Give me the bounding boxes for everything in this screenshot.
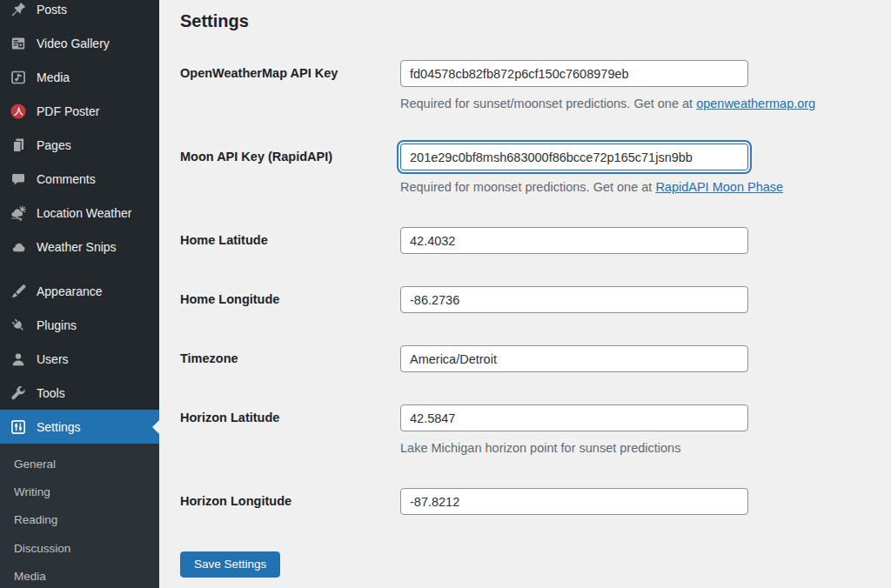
- save-settings-button[interactable]: Save Settings: [180, 551, 280, 578]
- settings-submenu: General Writing Reading Discussion Media: [0, 444, 159, 588]
- sun-cloud-icon: [10, 204, 27, 222]
- sidebar-item-label: Location Weather: [37, 206, 131, 220]
- help-text: Lake Michigan horizon point for sunset p…: [400, 441, 680, 455]
- sidebar-item-pages[interactable]: Pages: [0, 128, 159, 162]
- sidebar-item-label: Plugins: [37, 318, 77, 332]
- pages-icon: [10, 137, 27, 154]
- sidebar-item-label: Pages: [37, 138, 71, 152]
- sidebar-item-label: Users: [37, 352, 69, 366]
- field-label: Home Longitude: [180, 286, 400, 313]
- help-text: Required for sunset/moonset predictions.…: [400, 97, 696, 110]
- field-row-timezone: Timezone: [180, 345, 891, 372]
- sidebar-item-posts[interactable]: Posts: [0, 0, 159, 26]
- sidebar-item-label: PDF Poster: [37, 104, 99, 118]
- sliders-icon: [10, 418, 27, 436]
- field-row-horizon-latitude: Horizon Latitude Lake Michigan horizon p…: [180, 404, 891, 456]
- pdf-icon: [10, 103, 27, 120]
- wrench-icon: [10, 384, 27, 402]
- field-help: Required for moonset predictions. Get on…: [400, 179, 783, 195]
- field-label: Home Latitude: [180, 227, 400, 254]
- sidebar-item-settings[interactable]: Settings: [0, 410, 159, 444]
- field-row-horizon-longitude: Horizon Longitude: [180, 488, 891, 515]
- person-icon: [10, 351, 27, 368]
- submenu-item-label: Media: [14, 570, 46, 583]
- pushpin-icon: [10, 1, 27, 18]
- comment-bubble-icon: [10, 170, 27, 188]
- field-label: Horizon Longitude: [180, 488, 400, 515]
- field-row-home-longitude: Home Longitude: [180, 286, 891, 313]
- sidebar-item-label: Tools: [37, 386, 65, 400]
- sidebar-item-label: Appearance: [37, 284, 103, 298]
- field-label: Moon API Key (RapidAPI): [180, 144, 400, 170]
- field-row-openweathermap-api-key: OpenWeatherMap API Key Required for suns…: [180, 60, 891, 111]
- sidebar-item-video-gallery[interactable]: Video Gallery: [0, 26, 159, 60]
- field-help: Lake Michigan horizon point for sunset p…: [400, 440, 748, 456]
- horizon-latitude-input[interactable]: [400, 404, 748, 431]
- sidebar-item-location-weather[interactable]: Location Weather: [0, 196, 159, 230]
- admin-menu: Posts Video Gallery Media PDF Poster Pag: [0, 0, 159, 444]
- field-help: Required for sunset/moonset predictions.…: [400, 96, 815, 111]
- menu-separator: [0, 264, 159, 274]
- sidebar-item-plugins[interactable]: Plugins: [0, 308, 159, 342]
- submenu-item-reading[interactable]: Reading: [0, 506, 159, 534]
- sidebar-item-weather-snips[interactable]: Weather Snips: [0, 230, 159, 264]
- sidebar-item-tools[interactable]: Tools: [0, 376, 159, 410]
- sidebar-item-users[interactable]: Users: [0, 342, 159, 376]
- field-label: Horizon Latitude: [180, 404, 400, 431]
- submenu-item-label: General: [14, 458, 56, 471]
- home-longitude-input[interactable]: [400, 286, 748, 313]
- horizon-longitude-input[interactable]: [400, 488, 748, 515]
- sidebar-item-pdf-poster[interactable]: PDF Poster: [0, 94, 159, 128]
- sidebar-item-label: Settings: [37, 420, 81, 434]
- sidebar-item-media[interactable]: Media: [0, 60, 159, 94]
- sidebar-item-comments[interactable]: Comments: [0, 162, 159, 196]
- field-row-home-latitude: Home Latitude: [180, 227, 891, 254]
- submenu-item-general[interactable]: General: [0, 450, 159, 478]
- media-icon: [10, 69, 27, 86]
- sidebar-item-label: Comments: [37, 172, 96, 186]
- page-title: Settings: [180, 10, 891, 31]
- paintbrush-icon: [10, 283, 27, 300]
- field-label: Timezone: [180, 345, 400, 372]
- submenu-item-media[interactable]: Media: [0, 563, 159, 588]
- timezone-input[interactable]: [400, 345, 748, 372]
- field-label: OpenWeatherMap API Key: [180, 60, 400, 87]
- field-row-moon-api-key: Moon API Key (RapidAPI) Required for moo…: [180, 144, 891, 195]
- help-text: Required for moonset predictions. Get on…: [400, 180, 655, 194]
- submenu-item-label: Reading: [14, 513, 57, 526]
- moon-api-key-input[interactable]: [400, 144, 748, 170]
- submenu-item-label: Discussion: [14, 542, 70, 555]
- sidebar-item-label: Media: [37, 70, 70, 84]
- sidebar-item-appearance[interactable]: Appearance: [0, 274, 159, 308]
- cloud-icon: [10, 238, 27, 256]
- openweathermap-api-key-input[interactable]: [400, 60, 748, 87]
- plug-icon: [10, 317, 27, 334]
- rapidapi-moon-phase-link[interactable]: RapidAPI Moon Phase: [655, 180, 783, 194]
- submenu-item-label: Writing: [14, 485, 50, 498]
- submenu-item-discussion[interactable]: Discussion: [0, 534, 159, 562]
- settings-page: Settings OpenWeatherMap API Key Required…: [159, 0, 891, 588]
- home-latitude-input[interactable]: [400, 227, 748, 254]
- sidebar-item-label: Video Gallery: [37, 37, 110, 50]
- video-gallery-icon: [10, 35, 27, 52]
- openweathermap-link[interactable]: openweathermap.org: [696, 97, 815, 110]
- sidebar-item-label: Posts: [37, 3, 67, 17]
- sidebar-item-label: Weather Snips: [37, 240, 117, 254]
- submenu-item-writing[interactable]: Writing: [0, 478, 159, 505]
- admin-sidebar: Posts Video Gallery Media PDF Poster Pag: [0, 0, 159, 588]
